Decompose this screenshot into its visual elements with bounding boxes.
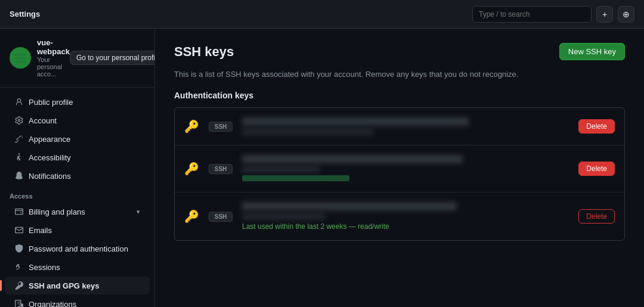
new-ssh-button[interactable]: New SSH key: [559, 43, 625, 60]
sidebar-item-label: SSH and GPG keys: [29, 281, 100, 290]
access-section-label: Access: [0, 185, 154, 202]
ssh-key-list: 🔑 SSH Delete 🔑 SSH: [174, 107, 625, 241]
topbar-left: Settings: [10, 10, 40, 18]
delete-key-button-3[interactable]: Delete: [578, 209, 615, 224]
key-icon-3: 🔑: [184, 209, 199, 224]
sidebar-item-label: Public profile: [29, 98, 73, 107]
sidebar-item-label: Emails: [29, 226, 52, 235]
key-name-1: [242, 117, 469, 126]
key-name-3: [242, 202, 457, 210]
search-input[interactable]: [472, 6, 592, 23]
user-name: vue-webpack: [37, 38, 70, 56]
sidebar-item-label: Billing and plans: [29, 207, 85, 216]
sidebar-item-appearance[interactable]: Appearance: [5, 130, 150, 148]
topbar-icon-btn-1[interactable]: +: [596, 6, 613, 23]
sidebar-item-notifications[interactable]: Notifications: [5, 167, 150, 185]
sidebar-item-accessibility[interactable]: Accessibility: [5, 148, 150, 166]
sidebar-item-account[interactable]: Account: [5, 111, 150, 129]
ssh-badge-2: SSH: [209, 164, 233, 174]
delete-key-button-2[interactable]: Delete: [578, 162, 615, 176]
user-header: vue-webpack Your personal acco... Go to …: [0, 29, 154, 88]
credit-card-icon: [14, 207, 24, 216]
building-icon: [14, 299, 24, 307]
sidebar-item-organizations[interactable]: Organizations: [5, 295, 150, 307]
layout: vue-webpack Your personal acco... Go to …: [0, 29, 644, 307]
sidebar-item-label: Account: [29, 116, 57, 125]
gear-icon: [14, 116, 24, 125]
key-added-2: [242, 175, 569, 182]
table-row: 🔑 SSH Delete: [175, 145, 624, 193]
sidebar-item-label: Notifications: [29, 172, 71, 181]
sidebar-item-public-profile[interactable]: Public profile: [5, 93, 150, 111]
key-meta-3: [242, 213, 326, 220]
broadcast-icon: [14, 262, 24, 272]
mail-icon: [14, 225, 24, 235]
sidebar-item-label: Sessions: [29, 263, 60, 272]
topbar-icon-btn-2[interactable]: ⊕: [618, 6, 634, 23]
sidebar: vue-webpack Your personal acco... Go to …: [0, 29, 155, 307]
svg-point-0: [18, 266, 20, 268]
key-details-2: [242, 155, 569, 182]
key-last-used-3: Last used within the last 2 weeks — read…: [242, 222, 569, 231]
user-sub: Your personal acco...: [37, 56, 70, 77]
sidebar-item-emails[interactable]: Emails: [5, 221, 150, 239]
key-details-1: [242, 117, 569, 135]
key-details-3: Last used within the last 2 weeks — read…: [242, 202, 569, 231]
table-row: 🔑 SSH Last used within the last 2 weeks …: [175, 193, 624, 240]
sidebar-item-billing[interactable]: Billing and plans ▾: [5, 203, 150, 221]
paintbrush-icon: [14, 134, 24, 144]
user-text: vue-webpack Your personal acco...: [37, 38, 70, 77]
key-icon-1: 🔑: [184, 119, 199, 134]
sidebar-item-label: Accessibility: [29, 153, 71, 162]
key-meta-2: [242, 166, 320, 173]
ssh-badge-1: SSH: [209, 122, 233, 132]
avatar: [10, 47, 31, 69]
sidebar-item-label: Organizations: [29, 300, 76, 308]
shield-icon: [14, 244, 24, 253]
chevron-down-icon: ▾: [137, 208, 140, 216]
page-description: This is a list of SSH keys associated wi…: [174, 70, 625, 79]
sidebar-item-ssh-gpg[interactable]: SSH and GPG keys: [5, 277, 150, 294]
delete-key-button-1[interactable]: Delete: [578, 119, 615, 134]
key-icon: [14, 281, 24, 290]
key-icon-2: 🔑: [184, 162, 199, 176]
sidebar-item-label: Appearance: [29, 135, 70, 144]
accessibility-icon: [14, 153, 24, 162]
bell-icon: [14, 171, 24, 181]
go-profile-button[interactable]: Go to your personal profile: [70, 51, 155, 65]
key-meta-1: [242, 128, 373, 135]
page-header: SSH keys New SSH key: [174, 43, 625, 60]
user-info: vue-webpack Your personal acco...: [10, 38, 70, 77]
auth-keys-title: Authentication keys: [174, 91, 625, 100]
table-row: 🔑 SSH Delete: [175, 108, 624, 145]
sidebar-item-sessions[interactable]: Sessions: [5, 258, 150, 276]
page-title: SSH keys: [174, 44, 234, 60]
topbar-title: Settings: [10, 10, 40, 18]
ssh-badge-3: SSH: [209, 212, 233, 222]
person-icon: [14, 97, 24, 107]
topbar-right: + ⊕: [472, 6, 634, 23]
key-name-2: [242, 155, 463, 163]
topbar: Settings + ⊕: [0, 0, 644, 29]
sidebar-item-label: Password and authentication: [29, 244, 128, 253]
sidebar-item-password[interactable]: Password and authentication: [5, 240, 150, 258]
nav-list: Public profile Account Appearance Access…: [0, 88, 154, 307]
main-content: SSH keys New SSH key This is a list of S…: [155, 29, 644, 307]
